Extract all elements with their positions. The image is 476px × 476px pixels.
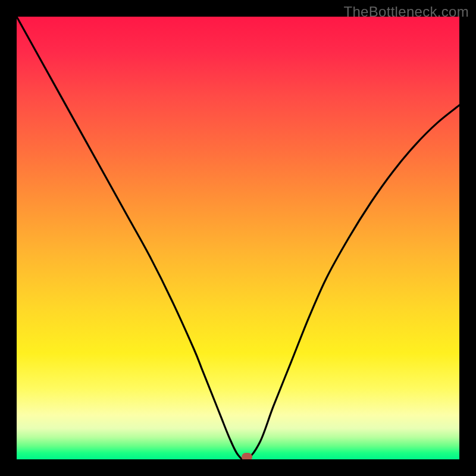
chart-frame: TheBottleneck.com <box>0 0 476 476</box>
watermark-text: TheBottleneck.com <box>343 4 469 20</box>
minimum-marker-icon <box>242 453 252 459</box>
plot-area <box>17 17 459 459</box>
bottleneck-curve <box>17 17 459 459</box>
